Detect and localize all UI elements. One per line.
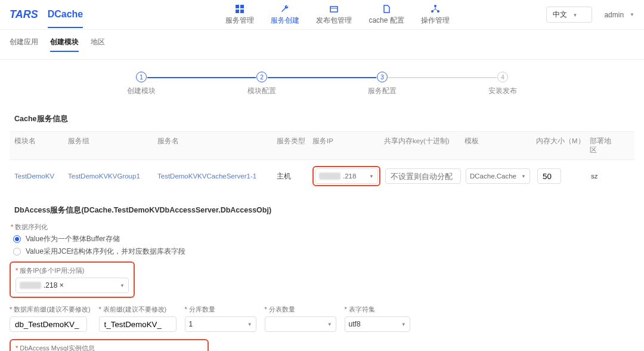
th-group: 服务组 (66, 137, 155, 155)
charset-select[interactable]: utf8 ▼ (345, 316, 410, 332)
subtab-create-module[interactable]: 创建模块 (50, 37, 79, 52)
nav-package-manage[interactable]: 发布包管理 (315, 2, 353, 28)
ip-suffix: .218 (343, 173, 356, 180)
field-label: 分库数量 (189, 306, 215, 313)
select-value: 1 (189, 320, 193, 328)
th-shm: 共享内存key(十进制) (382, 137, 462, 155)
top-header: TARS DCache 服务管理 服务创建 发布包管理 cache 配置 操作管… (0, 0, 644, 30)
td-service: TestDemoKVKVCacheServer1-1 (155, 173, 274, 180)
nav-service-manage[interactable]: 服务管理 (224, 2, 255, 28)
field-label: 表字符集 (349, 306, 375, 313)
template-value: DCache.Cache (470, 173, 516, 180)
sub-tabs: 创建应用 创建模块 地区 (0, 30, 644, 60)
th-mem: 内存大小（M） (534, 137, 587, 155)
service-ip-block-highlight: *服务IP(多个IP用;分隔) .218 × ▼ (10, 261, 135, 298)
chevron-down-icon: ▼ (120, 283, 125, 288)
lang-value: 中文 (553, 10, 567, 19)
service-ip-select[interactable]: .218 ▼ (315, 168, 378, 184)
nodes-icon (431, 4, 440, 14)
language-select[interactable]: 中文 ▼ (546, 7, 592, 23)
radio-label: Value作为一个整体Buffer存储 (26, 234, 120, 244)
th-area: 部署地区 (587, 137, 617, 155)
nav-op-manage[interactable]: 操作管理 (420, 2, 451, 28)
db-count-select[interactable]: 1 ▼ (185, 316, 256, 332)
svg-rect-0 (236, 5, 239, 8)
table-count-select[interactable]: ▼ (265, 316, 336, 332)
th-service: 服务名 (155, 137, 274, 155)
radio-icon (13, 235, 21, 243)
field-table-prefix: *表前缀(建议不要修改) (99, 305, 177, 332)
grid-icon (235, 4, 244, 14)
db-serialization-label: *数据序列化 (11, 223, 634, 232)
th-type: 服务类型 (274, 137, 310, 155)
top-nav: 服务管理 服务创建 发布包管理 cache 配置 操作管理 (129, 2, 546, 28)
td-area: sz (589, 173, 618, 180)
chevron-down-icon: ▼ (401, 322, 406, 327)
svg-point-5 (434, 5, 436, 7)
table-row: TestDemoKV TestDemoKVKVGroup1 TestDemoKV… (10, 160, 634, 192)
step-label: 服务配置 (368, 86, 397, 96)
cache-section-title: Cache服务信息 (14, 114, 634, 124)
template-select[interactable]: DCache.Cache ▼ (466, 168, 530, 184)
nav-label: 服务创建 (271, 16, 299, 26)
chevron-down-icon: ▼ (572, 13, 577, 18)
nav-label: cache 配置 (369, 16, 404, 26)
db-prefix-input[interactable] (10, 316, 87, 332)
ip-value: .218 × (44, 281, 64, 290)
user-name: admin (604, 11, 624, 19)
table-header: 模块名 服务组 服务名 服务类型 服务IP 共享内存key(十进制) 模板 内存… (10, 131, 634, 160)
dbaccess-section-title: DbAccess服务信息(DCache.TestDemoKVDbAccessSe… (14, 205, 634, 215)
select-value: utf8 (349, 320, 361, 328)
ip-blur-icon (20, 282, 41, 289)
step-circle: 1 (136, 72, 147, 82)
radio-icon (13, 248, 21, 255)
nav-label: 服务管理 (225, 16, 254, 26)
ip-blur-icon (319, 173, 340, 180)
stepper: 1 创建模块 2 模块配置 3 服务配置 4 安装发布 (10, 60, 634, 108)
mem-input[interactable] (537, 168, 561, 184)
tars-logo: TARS (10, 8, 38, 21)
field-table-count: *分表数量 ▼ (265, 305, 336, 332)
td-type: 主机 (274, 172, 310, 181)
td-group: TestDemoKVKVGroup1 (66, 173, 155, 180)
mysql-instance-highlight: *DbAccess Mysql实例信息 请选择DbAccess Mysql实例信… (10, 339, 209, 351)
logo-group: TARS DCache (10, 2, 129, 28)
radio-label: Value采用JCE结构体序列化，并对应数据库表字段 (26, 247, 185, 257)
top-right: 中文 ▼ admin ▼ (546, 7, 634, 23)
subtab-create-app[interactable]: 创建应用 (10, 37, 38, 52)
svg-rect-3 (240, 10, 244, 13)
step-label: 安装发布 (488, 86, 517, 96)
chevron-down-icon: ▼ (247, 322, 252, 327)
step-circle: 3 (377, 72, 388, 82)
th-template: 模板 (462, 137, 534, 155)
table-prefix-input[interactable] (99, 316, 177, 332)
step-2: 2 模块配置 (202, 72, 322, 96)
service-ip-multiselect[interactable]: .218 × ▼ (16, 278, 129, 293)
db-fields-row: *数据库前缀(建议不要修改) *表前缀(建议不要修改) *分库数量 1 ▼ *分… (10, 300, 634, 337)
field-label: 表前缀(建议不要修改) (103, 306, 166, 313)
step-1: 1 创建模块 (81, 72, 202, 96)
subtab-region[interactable]: 地区 (91, 37, 105, 52)
step-circle: 4 (497, 72, 508, 82)
radio-buffer-storage[interactable]: Value作为一个整体Buffer存储 (13, 234, 634, 244)
chevron-down-icon: ▼ (630, 12, 634, 17)
cache-table: 模块名 服务组 服务名 服务类型 服务IP 共享内存key(十进制) 模板 内存… (10, 131, 634, 192)
user-menu[interactable]: admin ▼ (604, 11, 634, 19)
mysql-block-label: *DbAccess Mysql实例信息 (16, 344, 203, 351)
package-icon (329, 4, 339, 14)
radio-jce-storage[interactable]: Value采用JCE结构体序列化，并对应数据库表字段 (13, 247, 634, 257)
chevron-down-icon: ▼ (521, 174, 526, 179)
field-db-prefix: *数据库前缀(建议不要修改) (10, 305, 91, 332)
file-icon (382, 4, 391, 14)
nav-cache-config[interactable]: cache 配置 (367, 2, 405, 28)
step-circle: 2 (256, 72, 267, 82)
svg-rect-1 (240, 5, 244, 8)
nav-label: 发布包管理 (316, 16, 352, 26)
service-ip-label: *服务IP(多个IP用;分隔) (16, 266, 129, 275)
dcache-logo[interactable]: DCache (48, 9, 83, 28)
step-label: 创建模块 (127, 86, 156, 96)
step-4: 4 安装发布 (442, 72, 563, 96)
nav-service-create[interactable]: 服务创建 (270, 2, 301, 28)
shm-key-input[interactable] (385, 168, 461, 184)
nav-label: 操作管理 (421, 16, 450, 26)
